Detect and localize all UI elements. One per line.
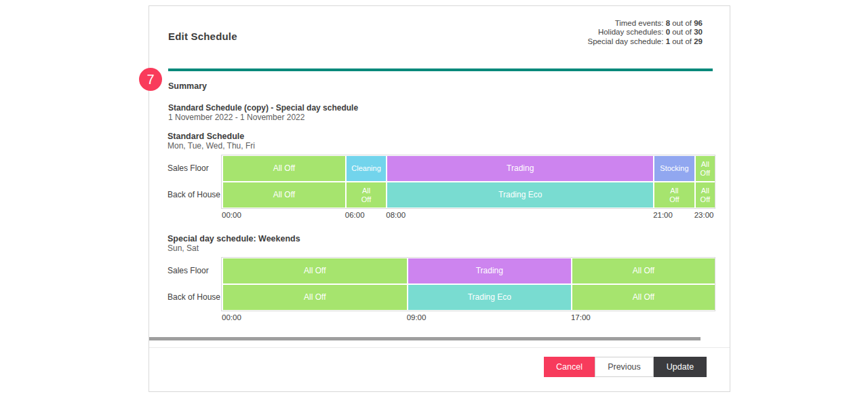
schedule-section-title: Standard Schedule [167, 132, 715, 141]
schedule-row-track: All OffCleaningTradingStockingAllOff [222, 156, 714, 181]
schedule-block: All Off [223, 258, 407, 283]
time-tick-label: 00:00 [222, 211, 241, 219]
schedule-block: All Off [223, 182, 345, 208]
schedule-timeline: Sales FloorBack of HouseAll OffTradingAl… [167, 257, 715, 322]
schedule-block: AllOff [347, 182, 387, 208]
time-axis: 00:0009:0017:00 [221, 312, 715, 322]
schedule-block: All Off [223, 285, 407, 310]
timeline-track-area: All OffCleaningTradingStockingAllOffAll … [221, 155, 715, 209]
time-tick-label: 23:00 [694, 211, 714, 219]
usage-stat-line: Special day schedule: 1 out of 29 [588, 37, 703, 46]
usage-stat-line: Holiday schedules: 0 out of 30 [588, 28, 703, 37]
schedule-intro-title: Standard Schedule (copy) - Special day s… [168, 103, 358, 113]
schedule-row-track: All OffTrading EcoAll Off [222, 285, 714, 310]
schedule-intro-dates: 1 November 2022 - 1 November 2022 [168, 113, 358, 122]
update-button[interactable]: Update [654, 357, 707, 377]
schedule-block: Stocking [654, 156, 694, 181]
usage-stat-line: Timed events: 8 out of 96 [588, 19, 703, 28]
summary-heading: Summary [168, 81, 207, 91]
step-badge: 7 [139, 68, 162, 91]
schedule-section-days: Mon, Tue, Wed, Thu, Fri [167, 141, 715, 151]
time-tick-label: 06:00 [345, 211, 365, 219]
previous-button[interactable]: Previous [595, 357, 654, 377]
footer-actions: Cancel Previous Update [544, 357, 707, 377]
schedule-block: Trading [408, 258, 571, 283]
row-label: Sales Floor [167, 258, 221, 283]
schedule-block: Cleaning [347, 156, 387, 181]
schedule-timeline: Sales FloorBack of HouseAll OffCleaningT… [167, 155, 715, 220]
timeline-track-area: All OffTradingAll OffAll OffTrading EcoA… [221, 257, 715, 311]
edit-schedule-panel: Edit Schedule Timed events: 8 out of 96H… [149, 5, 730, 392]
schedule-row-track: All OffTradingAll Off [222, 258, 714, 283]
time-axis: 00:0006:0008:0021:0023:00 [221, 210, 715, 220]
time-tick-label: 09:00 [407, 313, 427, 321]
time-tick-label: 17:00 [571, 313, 591, 321]
time-tick-label: 08:00 [386, 211, 406, 219]
schedule-section-title: Special day schedule: Weekends [167, 234, 715, 243]
schedules-container: Standard ScheduleMon, Tue, Wed, Thu, Fri… [167, 132, 715, 336]
schedule-block: AllOff [654, 182, 694, 208]
time-tick-label: 00:00 [222, 313, 241, 321]
schedule-block: AllOff [696, 156, 715, 181]
usage-stats: Timed events: 8 out of 96Holiday schedul… [588, 19, 703, 46]
cancel-button[interactable]: Cancel [544, 357, 595, 377]
schedule-block: All Off [223, 156, 345, 181]
schedule-section: Standard ScheduleMon, Tue, Wed, Thu, Fri… [167, 132, 715, 220]
row-label: Back of House [167, 284, 221, 309]
schedule-section-days: Sun, Sat [167, 243, 715, 253]
schedule-block: Trading [387, 156, 653, 181]
row-label: Sales Floor [167, 155, 221, 180]
schedule-block: AllOff [696, 182, 715, 208]
schedule-block: All Off [572, 285, 715, 310]
time-tick-label: 21:00 [653, 211, 673, 219]
schedule-block: All Off [572, 258, 715, 283]
footer-separator [149, 347, 730, 348]
schedule-row-track: All OffAllOffTrading EcoAllOffAllOff [222, 182, 714, 208]
schedule-intro: Standard Schedule (copy) - Special day s… [168, 103, 358, 122]
accent-divider [168, 68, 713, 71]
page-title: Edit Schedule [168, 31, 237, 42]
horizontal-scrollbar[interactable] [149, 337, 701, 340]
row-label: Back of House [167, 182, 221, 207]
schedule-block: Trading Eco [387, 182, 653, 208]
schedule-block: Trading Eco [408, 285, 571, 310]
schedule-section: Special day schedule: WeekendsSun, SatSa… [167, 234, 715, 322]
